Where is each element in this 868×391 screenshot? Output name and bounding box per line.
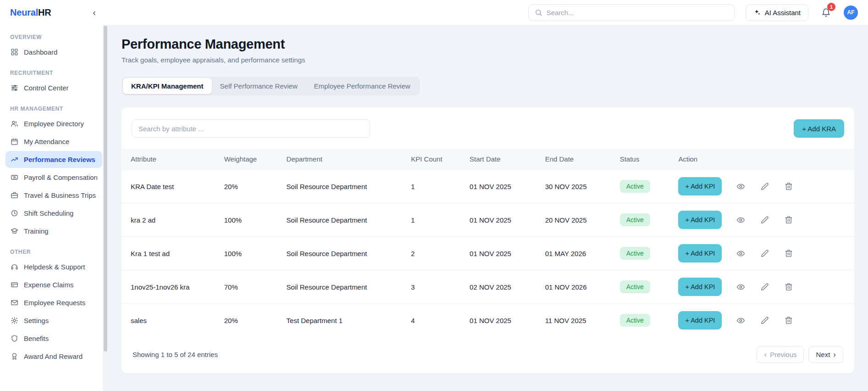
shield-icon — [11, 335, 18, 342]
calendar-icon — [11, 138, 18, 145]
sidebar-item-benefits[interactable]: Benefits — [6, 330, 102, 347]
edit-icon[interactable] — [760, 181, 770, 191]
sidebar-item-label: Control Center — [24, 84, 69, 92]
delete-icon[interactable] — [784, 282, 794, 292]
delete-icon[interactable] — [784, 215, 794, 225]
table-footer: Showing 1 to 5 of 24 entries ‹ Previous … — [122, 337, 854, 374]
cell-end-date: 01 NOV 2026 — [538, 270, 613, 304]
sidebar-item-training[interactable]: Training — [6, 223, 102, 240]
cell-kpi-count: 4 — [404, 304, 462, 337]
view-icon[interactable] — [735, 282, 746, 292]
view-icon[interactable] — [735, 215, 746, 225]
col-end-date: End Date — [538, 149, 613, 170]
sidebar-item-settings[interactable]: Settings — [6, 312, 102, 329]
notifications-button[interactable]: 1 — [819, 6, 833, 19]
sidebar-item-dashboard[interactable]: Dashboard — [6, 44, 102, 61]
cell-weightage: 20% — [217, 170, 279, 203]
table-row: KRA Date test 20% Soil Resource Departme… — [122, 170, 854, 203]
add-kpi-button[interactable]: + Add KPI — [678, 311, 722, 330]
sidebar-item-employee-requests[interactable]: Employee Requests — [6, 294, 102, 311]
edit-icon[interactable] — [760, 315, 770, 325]
add-kra-button[interactable]: + Add KRA — [794, 119, 844, 138]
sidebar-item-helpdesk[interactable]: Helpdesk & Support — [6, 258, 102, 275]
edit-icon[interactable] — [760, 248, 770, 258]
ai-assistant-button[interactable]: AI Assistant — [746, 4, 808, 21]
cell-status: Active — [613, 270, 671, 304]
delete-icon[interactable] — [784, 181, 794, 191]
cell-action: + Add KPI — [671, 237, 854, 270]
sidebar-item-employee-directory[interactable]: Employee Directory — [6, 115, 102, 132]
cell-weightage: 70% — [217, 270, 279, 304]
sidebar-item-award-and-reward[interactable]: Award And Reward — [6, 348, 102, 365]
tab-self-performance-review[interactable]: Self Performance Review — [212, 78, 306, 94]
cell-end-date: 30 NOV 2025 — [538, 170, 613, 203]
chevron-left-icon: ‹ — [93, 7, 96, 17]
cell-action: + Add KPI — [671, 270, 854, 304]
sidebar-item-my-attendance[interactable]: My Attendance — [6, 133, 102, 150]
attribute-search-input[interactable] — [132, 119, 370, 138]
sidebar-item-shift-scheduling[interactable]: Shift Scheduling — [6, 205, 102, 222]
tab-employee-performance-review[interactable]: Employee Performance Review — [306, 78, 419, 94]
tab-kra-kpi-management[interactable]: KRA/KPI Management — [123, 78, 212, 94]
cell-status: Active — [613, 304, 671, 337]
next-page-button[interactable]: Next › — [808, 346, 843, 363]
avatar[interactable]: AF — [844, 6, 858, 20]
table-row: sales 20% Test Department 1 4 01 NOV 202… — [122, 304, 854, 337]
page-subtitle: Track goals, employee appraisals, and pe… — [122, 56, 854, 64]
add-kpi-button[interactable]: + Add KPI — [678, 177, 722, 196]
add-kpi-button[interactable]: + Add KPI — [678, 211, 722, 229]
sidebar-item-payroll[interactable]: Payroll & Compensation — [6, 169, 102, 186]
add-kpi-button[interactable]: + Add KPI — [678, 244, 722, 263]
cell-start-date: 01 NOV 2025 — [462, 203, 538, 237]
col-kpi-count: KPI Count — [404, 149, 462, 170]
table-header-row: Attribute Weightage Department KPI Count… — [122, 149, 854, 170]
logo-text-primary: Neural — [10, 7, 38, 17]
gear-icon — [11, 317, 18, 324]
cell-kpi-count: 2 — [404, 237, 462, 270]
previous-page-button[interactable]: ‹ Previous — [757, 346, 804, 363]
scrollbar-thumb[interactable] — [104, 26, 107, 352]
cell-department: Soil Resource Department — [279, 170, 404, 203]
sidebar-collapse-button[interactable]: ‹ — [90, 7, 99, 18]
ai-assistant-label: AI Assistant — [765, 9, 801, 17]
cell-status: Active — [613, 237, 671, 270]
logo-text-secondary: HR — [38, 7, 51, 17]
cell-status: Active — [613, 170, 671, 203]
col-weightage: Weightage — [217, 149, 279, 170]
sidebar-scrollbar[interactable] — [103, 25, 108, 391]
kra-table: Attribute Weightage Department KPI Count… — [122, 149, 854, 337]
sidebar-item-label: Shift Scheduling — [24, 209, 73, 217]
topbar: AI Assistant 1 AF — [108, 0, 868, 25]
cell-start-date: 01 NOV 2025 — [462, 237, 538, 270]
sidebar-item-label: Dashboard — [24, 48, 57, 56]
edit-icon[interactable] — [760, 282, 770, 292]
sidebar-item-label: Expense Claims — [24, 281, 73, 289]
sidebar-item-label: Award And Reward — [24, 352, 83, 360]
col-start-date: Start Date — [462, 149, 538, 170]
search-input[interactable] — [547, 9, 728, 17]
credit-card-icon — [11, 281, 18, 289]
briefcase-icon — [11, 191, 18, 199]
add-kpi-button[interactable]: + Add KPI — [678, 278, 722, 296]
page-content: Performance Management Track goals, empl… — [108, 25, 868, 391]
status-badge: Active — [620, 213, 650, 226]
sidebar-item-travel[interactable]: Travel & Business Trips — [6, 187, 102, 204]
view-icon[interactable] — [735, 248, 746, 259]
view-icon[interactable] — [735, 315, 746, 326]
cell-end-date: 20 NOV 2025 — [538, 203, 613, 237]
sidebar-item-performance-reviews[interactable]: Performance Reviews — [6, 151, 102, 168]
sidebar-item-control-center[interactable]: Control Center — [6, 79, 102, 96]
cell-attribute: 1nov25-1nov26 kra — [122, 270, 217, 304]
delete-icon[interactable] — [784, 248, 794, 258]
dashboard-icon — [11, 48, 18, 56]
cell-attribute: sales — [122, 304, 217, 337]
main-area: AI Assistant 1 AF Performance Management… — [108, 0, 868, 391]
sidebar-section-heading: OTHER — [10, 249, 99, 255]
sidebar-section-heading: OVERVIEW — [10, 34, 99, 40]
view-icon[interactable] — [735, 181, 746, 192]
sidebar-item-expense-claims[interactable]: Expense Claims — [6, 276, 102, 293]
cell-weightage: 100% — [217, 203, 279, 237]
delete-icon[interactable] — [784, 315, 794, 325]
cell-attribute: Kra 1 test ad — [122, 237, 217, 270]
edit-icon[interactable] — [760, 215, 770, 225]
